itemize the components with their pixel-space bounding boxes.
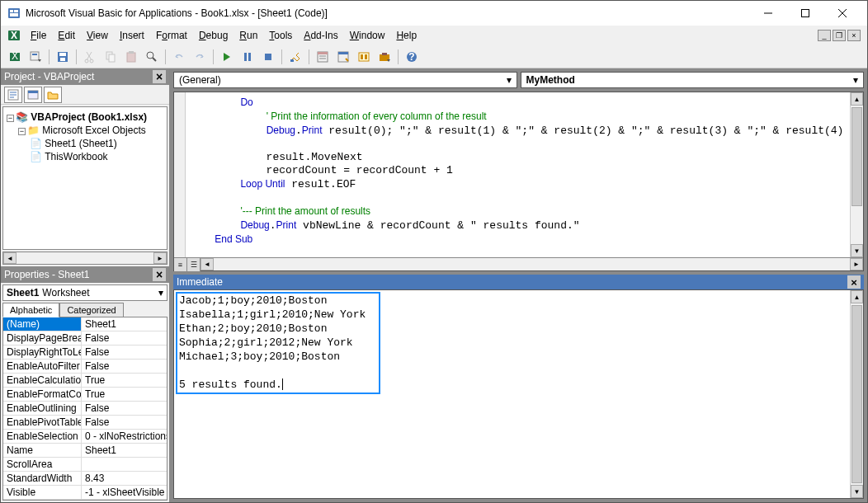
menu-file[interactable]: File <box>26 28 51 43</box>
save-icon[interactable] <box>54 48 72 66</box>
tab-categorized[interactable]: Categorized <box>59 303 123 317</box>
immediate-title: Immediate <box>177 276 223 288</box>
menu-help[interactable]: Help <box>391 28 422 43</box>
immediate-close[interactable]: × <box>847 275 861 289</box>
project-panel-title: Project - VBAProject <box>4 71 94 82</box>
redo-icon[interactable] <box>191 48 209 66</box>
svg-rect-25 <box>244 53 247 61</box>
project-toolbar <box>1 85 169 105</box>
properties-panel-close[interactable]: × <box>153 268 166 281</box>
tree-item-sheet1[interactable]: Sheet1 (Sheet1) <box>45 138 116 149</box>
mdi-close[interactable]: × <box>847 30 861 41</box>
svg-rect-13 <box>32 54 37 55</box>
project-hscroll[interactable]: ◄► <box>2 252 167 265</box>
menu-edit[interactable]: Edit <box>53 28 80 43</box>
svg-rect-27 <box>265 54 271 60</box>
property-row[interactable]: ScrollArea <box>3 458 167 472</box>
tree-root[interactable]: VBAProject (Book1.xlsx) <box>31 111 147 123</box>
property-row[interactable]: EnableFormatConditionsCalculationTrue <box>3 388 167 402</box>
insert-userform-icon[interactable] <box>26 48 45 66</box>
property-row[interactable]: DisplayPageBreaksFalse <box>3 331 167 346</box>
help-icon[interactable]: ? <box>403 48 421 66</box>
project-panel-header: Project - VBAProject × <box>1 68 169 85</box>
svg-rect-26 <box>248 53 251 61</box>
copy-icon[interactable] <box>101 48 120 66</box>
menu-tools[interactable]: Tools <box>264 28 297 43</box>
svg-rect-30 <box>318 52 328 54</box>
menubar: X File Edit View Insert Format Debug Run… <box>1 26 867 45</box>
mdi-restore[interactable]: ❐ <box>833 30 846 41</box>
properties-object-selector[interactable]: Sheet1 Worksheet ▾ <box>2 284 167 301</box>
property-row[interactable]: EnableSelection0 - xlNoRestrictions <box>3 430 167 444</box>
toggle-folders-icon[interactable] <box>44 87 62 103</box>
menu-format[interactable]: Format <box>151 28 192 43</box>
project-tree[interactable]: −📚 VBAProject (Book1.xlsx) −📁 Microsoft … <box>2 106 167 250</box>
menu-addins[interactable]: Add-Ins <box>299 28 342 43</box>
menu-window[interactable]: Window <box>345 28 390 43</box>
property-row[interactable]: EnableOutliningFalse <box>3 402 167 416</box>
code-text[interactable]: Do ' Print the information of every colu… <box>174 92 863 257</box>
object-browser-icon[interactable] <box>355 48 373 66</box>
excel-icon: X <box>7 29 21 42</box>
run-icon[interactable] <box>218 48 236 66</box>
property-row[interactable]: EnableAutoFilterFalse <box>3 360 167 374</box>
property-row[interactable]: NameSheet1 <box>3 444 167 458</box>
property-row[interactable]: DisplayRightToLeftFalse <box>3 346 167 360</box>
svg-line-24 <box>153 58 156 61</box>
code-editor[interactable]: Do ' Print the information of every colu… <box>173 92 864 271</box>
reset-icon[interactable] <box>259 48 277 66</box>
tab-alphabetic[interactable]: Alphabetic <box>2 303 59 317</box>
property-row[interactable]: StandardWidth8.43 <box>3 472 167 486</box>
svg-rect-37 <box>365 54 367 59</box>
svg-text:X: X <box>12 50 18 62</box>
code-vscroll[interactable]: ▲ ▼ <box>850 92 863 257</box>
properties-grid[interactable]: (Name)Sheet1DisplayPageBreaksFalseDispla… <box>2 317 167 501</box>
svg-point-23 <box>147 52 153 59</box>
tree-item-thisworkbook[interactable]: ThisWorkbook <box>45 151 107 162</box>
svg-rect-47 <box>28 91 38 93</box>
toolbox-icon[interactable] <box>375 48 394 66</box>
svg-rect-12 <box>31 52 39 60</box>
window-close[interactable] <box>823 1 861 26</box>
toolbar: X ? <box>1 45 867 68</box>
cut-icon[interactable] <box>81 48 99 66</box>
menu-insert[interactable]: Insert <box>115 28 149 43</box>
paste-icon[interactable] <box>122 48 140 66</box>
code-object-dropdown[interactable]: (General)▾ <box>173 72 517 88</box>
property-row[interactable]: Visible-1 - xlSheetVisible <box>3 486 167 500</box>
project-explorer-icon[interactable] <box>314 48 332 66</box>
svg-rect-39 <box>382 53 387 55</box>
find-icon[interactable] <box>143 48 161 66</box>
menu-debug[interactable]: Debug <box>194 28 233 43</box>
menu-view[interactable]: View <box>82 28 113 43</box>
properties-window-icon[interactable] <box>334 48 352 66</box>
undo-icon[interactable] <box>170 48 188 66</box>
view-excel-icon[interactable]: X <box>6 48 24 66</box>
tree-folder[interactable]: Microsoft Excel Objects <box>42 125 145 136</box>
view-code-icon[interactable] <box>4 87 22 103</box>
project-panel-close[interactable]: × <box>153 70 166 83</box>
property-row[interactable]: (Name)Sheet1 <box>3 317 167 331</box>
window-minimize[interactable] <box>749 1 786 26</box>
property-row[interactable]: EnablePivotTableFalse <box>3 416 167 430</box>
procedure-view-icon[interactable]: ≡ <box>174 258 187 271</box>
code-procedure-dropdown[interactable]: MyMethod▾ <box>521 72 865 88</box>
menu-run[interactable]: Run <box>234 28 262 43</box>
property-row[interactable]: EnableCalculationTrue <box>3 374 167 388</box>
view-object-icon[interactable] <box>24 87 42 103</box>
svg-rect-5 <box>801 10 809 17</box>
mdi-minimize[interactable]: _ <box>818 30 831 41</box>
svg-rect-21 <box>127 53 135 62</box>
break-icon[interactable] <box>238 48 257 66</box>
code-margin <box>174 92 186 257</box>
immediate-vscroll[interactable]: ▲ ▼ <box>850 290 863 498</box>
immediate-text[interactable]: Jacob;1;boy;2010;Boston Isabella;1;girl;… <box>174 290 863 395</box>
full-module-view-icon[interactable]: ☰ <box>187 258 200 271</box>
svg-rect-20 <box>109 54 115 62</box>
immediate-body[interactable]: Jacob;1;boy;2010;Boston Isabella;1;girl;… <box>173 289 864 499</box>
app-icon <box>7 7 21 20</box>
window-maximize[interactable] <box>786 1 823 26</box>
svg-rect-3 <box>10 13 18 16</box>
svg-rect-16 <box>60 58 65 61</box>
design-mode-icon[interactable] <box>286 48 304 66</box>
